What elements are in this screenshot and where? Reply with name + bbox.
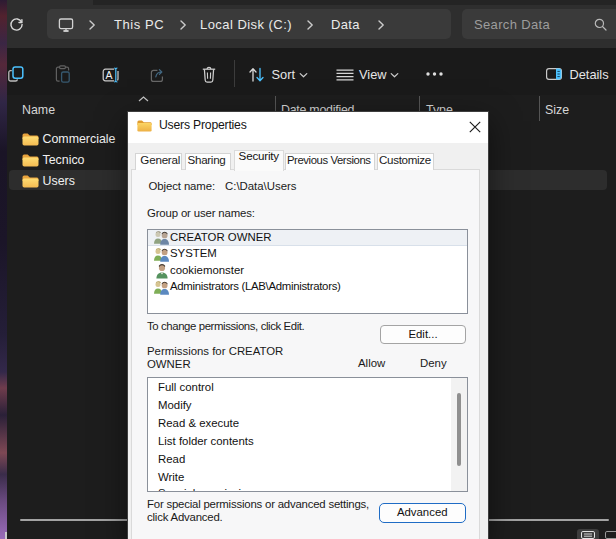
svg-text:A: A bbox=[105, 69, 112, 81]
